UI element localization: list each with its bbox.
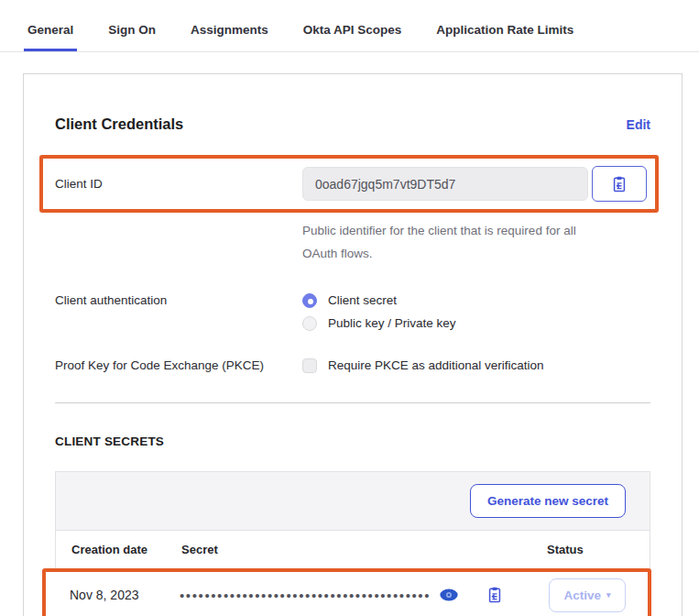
radio-option-label: Public key / Private key xyxy=(328,316,456,330)
tab-assignments[interactable]: Assignments xyxy=(187,6,272,51)
clipboard-copy-icon xyxy=(486,586,504,604)
tab-application-rate-limits[interactable]: Application Rate Limits xyxy=(432,6,577,51)
header-secret: Secret xyxy=(181,543,547,556)
client-id-row: Client ID 0oad67jgq5m7vt9DT5d7 xyxy=(43,159,655,209)
section-divider xyxy=(55,402,650,403)
app-tab-bar: General Sign On Assignments Okta API Sco… xyxy=(0,0,699,52)
masked-secret-value: •••••••••••••••••••••••••••••••••••••••• xyxy=(180,588,431,603)
client-credentials-card: Client Credentials Edit Client ID 0oad67… xyxy=(23,73,683,616)
secret-cell: •••••••••••••••••••••••••••••••••••••••• xyxy=(180,586,549,604)
pkce-label: Proof Key for Code Exchange (PKCE) xyxy=(55,358,302,372)
secret-creation-date: Nov 8, 2023 xyxy=(70,588,180,602)
checkbox-unchecked-icon[interactable] xyxy=(302,358,317,373)
client-authentication-label: Client authentication xyxy=(55,293,302,307)
chevron-down-icon: ▾ xyxy=(606,590,611,600)
client-authentication-row: Client authentication Client secret Publ… xyxy=(55,293,650,331)
generate-new-secret-button[interactable]: Generate new secret xyxy=(470,484,626,518)
pkce-checkbox-option[interactable]: Require PKCE as additional verification xyxy=(302,358,544,373)
copy-secret-button[interactable] xyxy=(486,586,504,604)
section-title-client-secrets: CLIENT SECRETS xyxy=(55,434,650,448)
radio-option-client-secret[interactable]: Client secret xyxy=(302,293,456,308)
radio-selected-icon[interactable] xyxy=(302,293,317,308)
tab-okta-api-scopes[interactable]: Okta API Scopes xyxy=(300,6,406,51)
status-label: Active xyxy=(563,588,601,602)
secrets-table-header: Creation date Secret Status xyxy=(56,531,650,568)
client-id-help-text: Public identifier for the client that is… xyxy=(302,220,605,266)
client-id-highlight-box: Client ID 0oad67jgq5m7vt9DT5d7 xyxy=(39,155,659,213)
tab-sign-on[interactable]: Sign On xyxy=(104,6,159,51)
client-authentication-options: Client secret Public key / Private key xyxy=(302,293,456,331)
secrets-toolbar: Generate new secret xyxy=(56,472,650,531)
header-status: Status xyxy=(547,543,637,556)
status-cell: Active ▾ xyxy=(549,578,639,612)
client-secrets-panel: Generate new secret Creation date Secret… xyxy=(55,471,650,616)
status-dropdown-active[interactable]: Active ▾ xyxy=(549,578,626,612)
tab-general[interactable]: General xyxy=(24,6,77,51)
section-title-client-credentials: Client Credentials xyxy=(55,116,183,133)
pkce-row: Proof Key for Code Exchange (PKCE) Requi… xyxy=(55,358,650,373)
table-row: Nov 8, 2023 ••••••••••••••••••••••••••••… xyxy=(46,572,648,616)
reveal-secret-button[interactable] xyxy=(439,587,459,603)
clipboard-copy-icon xyxy=(610,175,628,193)
client-id-value-field[interactable]: 0oad67jgq5m7vt9DT5d7 xyxy=(302,167,588,201)
radio-option-public-private-key[interactable]: Public key / Private key xyxy=(302,316,456,331)
client-id-label: Client ID xyxy=(55,177,302,191)
header-creation-date: Creation date xyxy=(71,543,181,556)
radio-option-label: Client secret xyxy=(328,293,397,307)
edit-link[interactable]: Edit xyxy=(627,117,650,132)
copy-client-id-button[interactable] xyxy=(592,166,647,202)
secret-row-highlight-box: Nov 8, 2023 ••••••••••••••••••••••••••••… xyxy=(42,568,651,616)
pkce-option-label: Require PKCE as additional verification xyxy=(328,358,544,372)
eye-icon xyxy=(439,587,459,603)
radio-unselected-icon[interactable] xyxy=(302,316,317,331)
card-header: Client Credentials Edit xyxy=(55,116,650,133)
